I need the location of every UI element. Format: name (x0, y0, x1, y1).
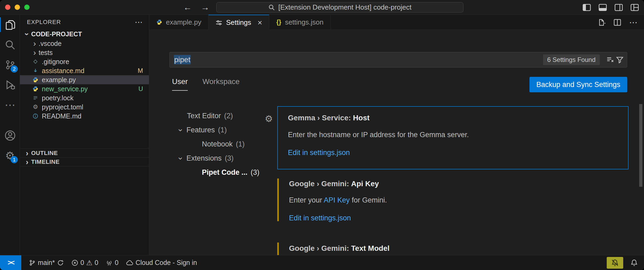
settings-editor: pipet 6 Settings Found User Workspace Ba… (149, 30, 644, 255)
problems-status[interactable]: 0 ⚠ 0 (71, 259, 98, 267)
timeline-section-header[interactable]: › TIMELINE (20, 157, 149, 166)
window-title: [Extension Development Host] code-projec… (278, 3, 411, 11)
sync-icon (57, 259, 64, 266)
source-control-badge: 2 (11, 65, 18, 73)
editor-more-actions-icon[interactable]: ⋯ (629, 17, 638, 27)
cloud-code-status[interactable]: Cloud Code - Sign in (126, 259, 197, 267)
activity-explorer-button[interactable] (0, 15, 20, 35)
tree-root-code-project[interactable]: › CODE-PROJECT (20, 29, 149, 39)
python-file-icon (156, 19, 162, 25)
close-window-button[interactable] (5, 5, 10, 10)
toc-item-extensions[interactable]: › Extensions (3) (169, 151, 273, 165)
minimize-window-button[interactable] (15, 5, 20, 10)
filter-icon[interactable] (616, 56, 624, 64)
split-editor-icon[interactable] (613, 18, 622, 27)
tab-settings[interactable]: Settings × (209, 15, 269, 30)
settings-list: Gemma › Service: Host Enter the hostname… (277, 106, 629, 255)
activity-more-button[interactable]: ⋯ (0, 95, 20, 115)
git-branch-status[interactable]: main* (29, 259, 64, 267)
python-file-icon (31, 77, 40, 83)
git-modified-badge: M (138, 67, 143, 74)
run-debug-icon (5, 79, 16, 90)
toggle-secondary-sidebar-icon[interactable] (614, 3, 623, 12)
edit-in-settings-json-link[interactable]: Edit in settings.json (289, 214, 618, 222)
status-bar: >< main* 0 ⚠ 0 0 (0, 255, 644, 270)
chevron-right-icon: › (31, 39, 39, 47)
edit-in-settings-json-link[interactable]: Edit in settings.json (288, 149, 618, 157)
tab-settings-json[interactable]: {} settings.json (269, 15, 331, 30)
scope-tab-workspace[interactable]: Workspace (202, 77, 240, 91)
settings-scope-tabs: User Workspace (172, 77, 240, 91)
ports-status[interactable]: 0 (106, 259, 119, 267)
lock-file-icon (31, 95, 40, 101)
account-icon (4, 130, 16, 141)
explorer-icon (5, 19, 16, 30)
activity-accounts-button[interactable] (0, 125, 20, 145)
toggle-panel-icon[interactable] (598, 3, 607, 12)
explorer-more-actions-icon[interactable]: ⋯ (135, 17, 143, 27)
editor-area: example.py Settings × {} settings.json (149, 15, 644, 255)
explorer-sidebar: EXPLORER ⋯ › CODE-PROJECT › .vscode › te… (20, 15, 149, 255)
toc-item-notebook[interactable]: Notebook (1) (169, 137, 273, 151)
open-changes-icon[interactable] (597, 18, 606, 27)
remote-icon: >< (8, 259, 14, 267)
git-file-icon (31, 59, 40, 65)
tree-item-pyproject-toml[interactable]: ⚙ pyproject.toml (20, 102, 149, 112)
toc-item-pipet-code[interactable]: Pipet Code ... (3) (169, 165, 273, 180)
tab-example-py[interactable]: example.py (149, 15, 209, 30)
radio-tower-icon (106, 259, 113, 266)
tree-item-tests[interactable]: › tests (20, 48, 149, 57)
json-file-icon: {} (276, 18, 281, 26)
tree-item-vscode[interactable]: › .vscode (20, 39, 149, 48)
toc-item-text-editor[interactable]: Text Editor (2) (169, 109, 273, 123)
customize-layout-icon[interactable] (630, 3, 639, 12)
git-untracked-badge: U (138, 85, 143, 93)
setting-row-gemma-service-host[interactable]: Gemma › Service: Host Enter the hostname… (277, 106, 629, 169)
outline-section-header[interactable]: › OUTLINE (20, 148, 149, 157)
tree-item-assistance-md[interactable]: assistance.md M (20, 66, 149, 75)
setting-row-google-gemini-text-model[interactable]: Google › Gemini: Text Model (277, 241, 629, 255)
setting-row-google-gemini-api-key[interactable]: Google › Gemini: Api Key Enter your API … (277, 177, 629, 222)
clear-search-filters-icon[interactable] (606, 56, 614, 64)
search-icon (268, 4, 275, 11)
toc-item-features[interactable]: › Features (1) (169, 123, 273, 137)
tree-item-new-service-py[interactable]: new_service.py U (20, 84, 149, 93)
toggle-primary-sidebar-icon[interactable] (582, 3, 591, 12)
titlebar: ← → [Extension Development Host] code-pr… (0, 0, 644, 15)
settings-sliders-icon (215, 19, 222, 26)
scope-tab-user[interactable]: User (172, 77, 188, 91)
back-arrow-icon[interactable]: ← (183, 2, 192, 12)
chevron-down-icon: › (23, 30, 31, 38)
search-icon (5, 39, 16, 50)
tab-strip: example.py Settings × {} settings.json (149, 15, 644, 30)
tree-item-gitignore[interactable]: .gitignore (20, 57, 149, 66)
settings-badge: 1 (11, 156, 18, 163)
backup-sync-settings-button[interactable]: Backup and Sync Settings (529, 77, 627, 92)
editor-scrollbar[interactable] (639, 104, 642, 187)
activity-source-control-button[interactable]: 2 (0, 55, 20, 75)
forward-arrow-icon[interactable]: → (201, 2, 209, 12)
setting-row-gear-icon[interactable]: ⚙ (265, 114, 273, 123)
info-file-icon (31, 113, 40, 119)
root-folder-label: CODE-PROJECT (31, 30, 82, 38)
command-center[interactable]: [Extension Development Host] code-projec… (216, 2, 463, 13)
notifications-bell-icon[interactable] (630, 259, 638, 267)
do-not-disturb-indicator[interactable] (607, 257, 623, 269)
chevron-down-icon: › (177, 126, 185, 134)
remote-indicator[interactable]: >< (0, 255, 21, 270)
zoom-window-button[interactable] (24, 5, 30, 10)
tree-item-example-py[interactable]: example.py (20, 75, 149, 84)
tree-item-readme-md[interactable]: README.md (20, 112, 149, 121)
activity-settings-button[interactable]: ⚙ 1 (0, 145, 20, 165)
chevron-down-icon: › (177, 154, 185, 162)
activity-run-debug-button[interactable] (0, 75, 20, 95)
settings-search-input[interactable]: pipet 6 Settings Found (169, 52, 627, 68)
close-tab-icon[interactable]: × (258, 18, 262, 27)
cloud-icon (126, 259, 133, 267)
activity-search-button[interactable] (0, 35, 20, 55)
settings-search-value: pipet (174, 55, 543, 64)
traffic-lights (5, 5, 30, 10)
sidebar-title: EXPLORER (27, 19, 61, 26)
api-key-link[interactable]: API Key (324, 196, 350, 204)
tree-item-poetry-lock[interactable]: poetry.lock (20, 93, 149, 102)
